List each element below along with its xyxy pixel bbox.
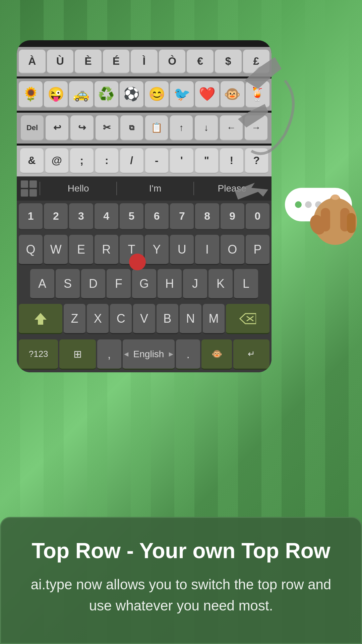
key-a[interactable]: A (30, 269, 54, 299)
left-key[interactable]: ← (220, 115, 243, 141)
key-1[interactable]: 1 (19, 203, 43, 230)
key-j[interactable]: J (183, 269, 207, 299)
emoji-sunflower[interactable]: 🌻 (19, 81, 43, 108)
key-2[interactable]: 2 (44, 203, 68, 230)
key-0[interactable]: 0 (246, 203, 269, 230)
key-f[interactable]: F (107, 269, 131, 299)
backspace-key[interactable] (226, 304, 269, 334)
key-y[interactable]: Y (145, 235, 169, 265)
num-switch-key[interactable]: ?123 (19, 339, 58, 370)
suggestion-hello[interactable]: Hello (43, 183, 114, 194)
key-m[interactable]: M (203, 304, 225, 334)
language-label: English (133, 349, 164, 360)
up-key[interactable]: ↑ (170, 115, 193, 141)
redo-key[interactable]: ↪ (70, 115, 93, 141)
sym-dash[interactable]: - (145, 148, 169, 174)
sym-quote[interactable]: " (195, 148, 219, 174)
undo-key[interactable]: ↩ (46, 115, 68, 141)
spec-key-e2[interactable]: É (103, 50, 130, 74)
suggestions-row: Hello I'm Please (17, 176, 272, 201)
key-d[interactable]: D (81, 269, 105, 299)
paste-key[interactable]: 📋 (145, 115, 168, 141)
key-9[interactable]: 9 (221, 203, 244, 230)
key-4[interactable]: 4 (95, 203, 118, 230)
emoji-cocktail[interactable]: 🍹 (246, 81, 269, 108)
key-n[interactable]: N (180, 304, 201, 334)
info-description: ai.type now allows you to switch the top… (21, 574, 341, 616)
key-q[interactable]: Q (19, 235, 43, 265)
key-5[interactable]: 5 (120, 203, 143, 230)
grid-icon[interactable] (21, 180, 37, 197)
key-8[interactable]: 8 (195, 203, 219, 230)
suggestion-please[interactable]: Please (197, 183, 267, 194)
key-u[interactable]: U (170, 235, 194, 265)
asdf-row: A S D F G H J K L (17, 267, 272, 301)
zxcv-row: Z X C V B N M (17, 301, 272, 337)
emoji-heart[interactable]: ❤️ (195, 81, 219, 108)
del-key[interactable]: Del (21, 115, 44, 141)
spec-key-o[interactable]: Ò (159, 50, 186, 74)
sym-question[interactable]: ? (245, 148, 268, 174)
sym-ampersand[interactable]: & (20, 148, 44, 174)
sym-slash[interactable]: / (120, 148, 143, 174)
key-o[interactable]: O (221, 235, 244, 265)
key-g[interactable]: G (132, 269, 156, 299)
key-k[interactable]: K (208, 269, 233, 299)
layout-switch-key[interactable]: ⊞ (59, 339, 96, 370)
svg-rect-1 (38, 320, 43, 325)
sym-colon[interactable]: : (95, 148, 119, 174)
spec-key-dollar[interactable]: $ (215, 50, 242, 74)
key-w[interactable]: W (44, 235, 68, 265)
emoji-tongue[interactable]: 😜 (44, 81, 68, 108)
sym-exclaim[interactable]: ! (220, 148, 243, 174)
copy2-key[interactable]: ⧉ (120, 115, 143, 141)
key-z[interactable]: Z (64, 304, 85, 334)
key-s[interactable]: S (56, 269, 80, 299)
divider1 (40, 182, 40, 195)
key-b[interactable]: B (157, 304, 178, 334)
number-row: 1 2 3 4 5 6 7 8 9 0 (17, 201, 272, 233)
sym-at[interactable]: @ (45, 148, 69, 174)
emoji-taxi[interactable]: 🚕 (69, 81, 93, 108)
key-v[interactable]: V (133, 304, 155, 334)
comma-key[interactable]: , (97, 339, 121, 370)
spec-key-e[interactable]: È (75, 50, 102, 74)
period-key[interactable]: . (176, 339, 200, 370)
cut-key[interactable]: ✂ (96, 115, 118, 141)
key-e[interactable]: E (69, 235, 93, 265)
divider3 (193, 182, 194, 195)
sym-semicolon[interactable]: ; (70, 148, 94, 174)
spec-key-euro[interactable]: € (187, 50, 214, 74)
lang-left-arrow: ◄ (123, 350, 130, 359)
suggestion-im[interactable]: I'm (120, 183, 190, 194)
symbols-row: & @ ; : / - ' " ! ? (17, 146, 272, 176)
key-r[interactable]: R (95, 235, 118, 265)
spec-key-pound[interactable]: £ (243, 50, 270, 74)
key-p[interactable]: P (246, 235, 269, 265)
emoji-soccer[interactable]: ⚽ (120, 81, 143, 108)
emoji-recycle[interactable]: ♻️ (95, 81, 118, 108)
emoji-bird[interactable]: 🐦 (170, 81, 194, 108)
enter-key[interactable]: ↵ (233, 339, 269, 370)
key-i[interactable]: I (195, 235, 219, 265)
spec-key-a[interactable]: À (19, 50, 46, 74)
emoji-smile[interactable]: 😊 (145, 81, 169, 108)
spec-key-u[interactable]: Ù (47, 50, 74, 74)
right-key[interactable]: → (245, 115, 267, 141)
special-chars-row: À Ù È É Ì Ò € $ £ (17, 47, 272, 76)
key-6[interactable]: 6 (145, 203, 169, 230)
key-c[interactable]: C (110, 304, 132, 334)
emoji-key-bottom[interactable]: 🐵 (201, 339, 232, 370)
key-3[interactable]: 3 (69, 203, 93, 230)
emoji-monkey[interactable]: 🐵 (221, 81, 244, 108)
key-l[interactable]: L (234, 269, 258, 299)
sym-apostrophe[interactable]: ' (170, 148, 193, 174)
key-7[interactable]: 7 (170, 203, 194, 230)
spec-key-i[interactable]: Ì (131, 50, 158, 74)
down-key[interactable]: ↓ (195, 115, 218, 141)
key-x[interactable]: X (87, 304, 109, 334)
svg-rect-10 (347, 213, 356, 233)
shift-key[interactable] (19, 304, 62, 334)
space-key[interactable]: ◄ English ► (123, 339, 175, 370)
key-h[interactable]: H (158, 269, 182, 299)
